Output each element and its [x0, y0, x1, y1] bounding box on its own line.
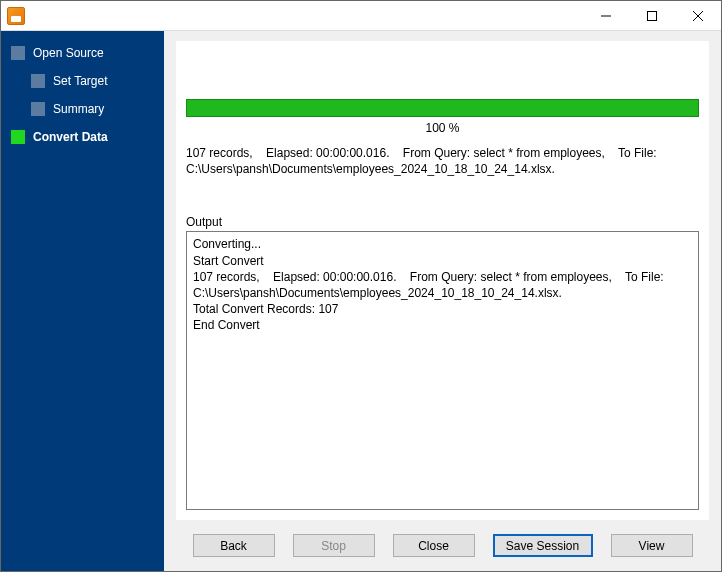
output-log-textarea[interactable]: Converting... Start Convert 107 records,…	[186, 231, 699, 510]
save-session-button[interactable]: Save Session	[493, 534, 593, 557]
stop-button[interactable]: Stop	[293, 534, 375, 557]
content-area: Open Source Set Target Summary Convert D…	[1, 31, 721, 571]
window-titlebar	[1, 1, 721, 31]
wizard-sidebar: Open Source Set Target Summary Convert D…	[1, 31, 164, 571]
step-indicator-icon	[11, 130, 25, 144]
button-row: Back Stop Close Save Session View	[164, 526, 721, 571]
app-icon	[7, 7, 25, 25]
close-button[interactable]: Close	[393, 534, 475, 557]
svg-rect-1	[648, 11, 657, 20]
conversion-summary-text: 107 records, Elapsed: 00:00:00.016. From…	[186, 145, 699, 177]
sidebar-item-summary[interactable]: Summary	[1, 95, 164, 123]
sidebar-item-open-source[interactable]: Open Source	[1, 39, 164, 67]
main-panel: 100 % 107 records, Elapsed: 00:00:00.016…	[164, 31, 721, 571]
convert-panel: 100 % 107 records, Elapsed: 00:00:00.016…	[176, 41, 709, 520]
progress-bar	[186, 99, 699, 117]
sidebar-item-convert-data[interactable]: Convert Data	[1, 123, 164, 151]
view-button[interactable]: View	[611, 534, 693, 557]
sidebar-item-label: Set Target	[53, 74, 107, 88]
step-indicator-icon	[31, 74, 45, 88]
sidebar-item-label: Convert Data	[33, 130, 108, 144]
output-label: Output	[186, 215, 699, 229]
window-close-button[interactable]	[675, 1, 721, 31]
back-button[interactable]: Back	[193, 534, 275, 557]
sidebar-item-set-target[interactable]: Set Target	[1, 67, 164, 95]
sidebar-item-label: Summary	[53, 102, 104, 116]
window-minimize-button[interactable]	[583, 1, 629, 31]
step-indicator-icon	[31, 102, 45, 116]
progress-percent-label: 100 %	[186, 121, 699, 135]
sidebar-item-label: Open Source	[33, 46, 104, 60]
window-maximize-button[interactable]	[629, 1, 675, 31]
step-indicator-icon	[11, 46, 25, 60]
